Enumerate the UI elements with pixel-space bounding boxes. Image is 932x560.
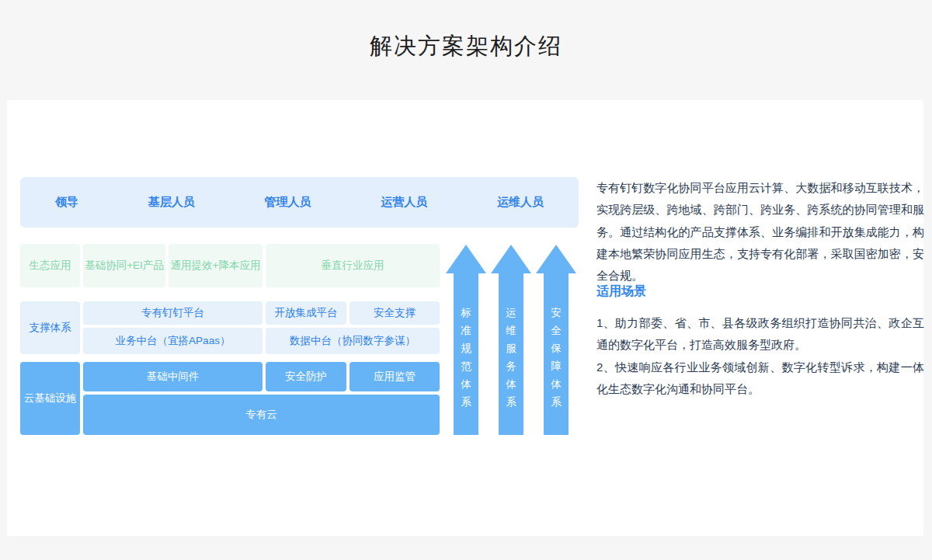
eco-row-label: 生态应用 [20,244,80,287]
solution-intro-paragraph: 专有钉钉数字化协同平台应用云计算、大数据和移动互联技术，实现跨层级、跨地域、跨部… [596,177,924,287]
support-block-data-middle-platform: 数据中台（协同数字参谋） [266,328,440,354]
support-block-dingtalk-platform: 专有钉钉平台 [83,301,263,325]
cloud-row-grid: 基础中间件 安全防护 应用监管 专有云 [83,362,440,435]
cloud-infrastructure-row: 云基础设施 基础中间件 安全防护 应用监管 专有云 [20,362,440,435]
eco-application-row: 生态应用 基础协同+EI产品 通用提效+降本应用 垂直行业应用 [20,244,440,287]
support-row-label: 支撑体系 [20,301,80,354]
eco-block-vertical-industry-apps: 垂直行业应用 [266,244,440,287]
persona-management-staff: 管理人员 [264,195,311,210]
page-title: 解决方案架构介绍 [0,31,932,62]
support-row-grid: 专有钉钉平台 开放集成平台 安全支撑 业务中台（宜搭APaas） 数据中台（协同… [83,301,440,354]
cloud-subrow-1: 基础中间件 安全防护 应用监管 [83,362,440,391]
support-block-security-support: 安全支撑 [350,301,440,325]
up-arrow-security-assurance-system: 安全保障体系 [536,245,576,435]
eco-block-efficiency-apps: 通用提效+降本应用 [169,244,263,287]
persona-grassroots-staff: 基层人员 [148,195,195,210]
cloud-row-label: 云基础设施 [20,362,80,435]
applicable-scenarios-heading: 适用场景 [596,283,646,300]
cloud-block-basic-middleware: 基础中间件 [83,362,263,391]
support-system-row: 支撑体系 专有钉钉平台 开放集成平台 安全支撑 业务中台（宜搭APaas） 数据… [20,301,440,354]
up-arrow-maintenance-service-system: 运维服务体系 [491,245,531,435]
up-arrow-standard-system: 标准规范体系 [446,245,486,435]
persona-maintenance-staff: 运维人员 [497,195,544,210]
description-panel: 专有钉钉数字化协同平台应用云计算、大数据和移动互联技术，实现跨层级、跨地域、跨部… [596,177,924,503]
support-subrow-2: 业务中台（宜搭APaas） 数据中台（协同数字参谋） [83,328,440,354]
support-block-open-integration: 开放集成平台 [266,301,346,325]
cloud-block-security-protection: 安全防护 [266,362,346,391]
arrow-label-security-assurance-system: 安全保障体系 [550,304,562,435]
scenario-item-1: 1、助力部委、省、市、县各级政务组织打造协同共治、政企互通的数字化平台，打造高效… [596,312,924,357]
persona-row: 领导 基层人员 管理人员 运营人员 运维人员 [20,177,579,228]
arrow-label-standard-system: 标准规范体系 [460,304,472,435]
arrow-label-maintenance-service-system: 运维服务体系 [505,304,517,435]
eco-block-basic-collab-ei: 基础协同+EI产品 [83,244,165,287]
content-card: 领导 基层人员 管理人员 运营人员 运维人员 生态应用 基础协同+EI产品 通用… [7,100,923,536]
cloud-block-app-supervision: 应用监管 [350,362,440,391]
cloud-block-private-cloud: 专有云 [83,395,440,435]
support-subrow-1: 专有钉钉平台 开放集成平台 安全支撑 [83,301,440,325]
cloud-subrow-2: 专有云 [83,395,440,435]
scenario-item-2: 2、快速响应各行业业务领域创新、数字化转型诉求，构建一体化生态数字化沟通和协同平… [596,357,924,401]
persona-operations-staff: 运营人员 [381,195,427,210]
persona-leader: 领导 [55,195,78,210]
support-block-business-middle-platform: 业务中台（宜搭APaas） [83,328,263,354]
